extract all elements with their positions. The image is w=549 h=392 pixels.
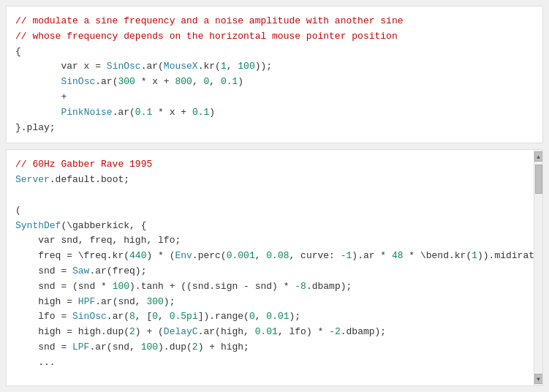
code-token: -1 [341, 250, 352, 261]
code-token: ); [164, 296, 175, 307]
code-token: .ar( [141, 61, 164, 72]
code-line: lfo = SinOsc.ar(8, [0, 0.5pi]).range(0, … [15, 309, 525, 325]
code-token: var x = [15, 61, 107, 72]
code-token: LPF [72, 342, 89, 353]
code-line: high = HPF.ar(snd, 300); [15, 295, 525, 310]
code-token: .ar(snd, [89, 342, 140, 353]
code-token: Saw [72, 265, 89, 276]
code-token: -8 [295, 281, 306, 292]
code-token: .perc( [192, 250, 227, 261]
code-token: 100 [238, 61, 254, 72]
code-token: .default.boot; [50, 174, 129, 185]
code-token: 0 [152, 311, 158, 322]
code-token: snd = [15, 342, 72, 353]
code-token: , [209, 76, 221, 87]
scrollbar-up-button[interactable]: ▲ [534, 151, 543, 162]
code-token: 0.5pi [170, 311, 198, 322]
code-token: .ar( [95, 76, 118, 87]
code-token: 0.01 [266, 311, 289, 322]
code-token: 8 [129, 311, 135, 322]
code-token: 0.1 [221, 76, 238, 87]
code-token: * x + [135, 76, 175, 87]
code-token [15, 76, 61, 87]
code-token: 1 [221, 61, 227, 72]
code-token: ) + ( [135, 326, 164, 337]
code-block-2-wrapper: // 60Hz Gabber Rave 1995Server.default.b… [6, 149, 543, 386]
code-token: 1 [472, 250, 477, 261]
code-token: .dbamp); [341, 326, 386, 337]
code-token: MouseX [164, 61, 198, 72]
code-token: ).dup( [158, 342, 192, 353]
code-line: PinkNoise.ar(0.1 * x + 0.1) [15, 105, 534, 121]
scrollbar-thumb[interactable] [535, 165, 542, 194]
code-token: 800 [175, 76, 192, 87]
code-line: snd = (snd * 100).tanh + ((snd.sign - sn… [15, 279, 525, 295]
code-token: , [ [135, 311, 152, 322]
code-token: , [192, 76, 204, 87]
code-token: // 60Hz Gabber Rave 1995 [15, 159, 152, 170]
code-token: ) [209, 107, 215, 118]
code-line: // modulate a sine frequency and a noise… [15, 14, 534, 29]
code-token: SinOsc [61, 76, 95, 87]
code-token: 0 [249, 311, 255, 322]
code-token: freq = \freq.kr( [15, 250, 129, 261]
code-line: var snd, freq, high, lfo; [15, 233, 525, 249]
code-token: , [227, 61, 238, 72]
code-token: 0.1 [135, 107, 152, 118]
code-line: ( [15, 203, 525, 219]
code-token: , [255, 250, 267, 261]
code-token: 440 [129, 250, 146, 261]
code-token: // modulate a sine frequency and a noise… [15, 15, 404, 26]
code-token: )).midiratio; [477, 250, 534, 261]
code-token: 100 [113, 281, 129, 292]
code-line: Server.default.boot; [15, 173, 525, 188]
code-token: 300 [118, 76, 135, 87]
code-line [15, 188, 525, 203]
code-token: .ar( [113, 107, 135, 118]
scrollbar-down-button[interactable]: ▼ [534, 374, 543, 384]
code-token: .ar( [107, 311, 129, 322]
code-token: SinOsc [72, 311, 107, 322]
code-line: var x = SinOsc.ar(MouseX.kr(1, 100)); [15, 59, 534, 75]
code-token: 100 [141, 342, 158, 353]
code-token: , [158, 311, 170, 322]
code-token: high = high.dup( [15, 326, 129, 337]
code-token: HPF [78, 296, 95, 307]
code-line: // whose frequency depends on the horizo… [15, 29, 534, 45]
code-token: 2 [129, 326, 135, 337]
code-token: 0.01 [255, 326, 278, 337]
code-token: * x + [152, 107, 192, 118]
code-token: ) + high; [198, 342, 249, 353]
page-container: // modulate a sine frequency and a noise… [0, 0, 549, 392]
code-token: SynthDef [15, 220, 61, 231]
code-token: -2 [329, 326, 341, 337]
code-token: .ar(snd, [95, 296, 146, 307]
code-token: ... [15, 357, 56, 368]
code-token: lfo = [15, 311, 72, 322]
code-token: 0.08 [266, 250, 289, 261]
code-line: high = high.dup(2) + (DelayC.ar(high, 0.… [15, 325, 525, 340]
code-token: 300 [146, 296, 163, 307]
code-token: (\gabberkick, { [61, 220, 146, 231]
code-token: .kr( [198, 61, 221, 72]
code-token: + [15, 91, 67, 102]
code-token: ) [238, 76, 243, 87]
code-token: DelayC [164, 326, 198, 337]
code-line: + [15, 90, 534, 105]
code-token: ) * ( [146, 250, 175, 261]
code-token: ( [15, 205, 21, 216]
code-token: { [15, 46, 21, 57]
code-token: )); [255, 61, 272, 72]
code-token: .ar(high, [198, 326, 255, 337]
code-token: .dbamp); [306, 281, 352, 292]
code-line: freq = \freq.kr(440) * (Env.perc(0.001, … [15, 249, 525, 264]
code-token: ).tanh + ((snd.sign - snd) * [129, 281, 295, 292]
code-token: var snd, freq, high, lfo; [15, 235, 181, 246]
scrollbar-track[interactable]: ▲ ▼ [534, 150, 542, 385]
code-line: // 60Hz Gabber Rave 1995 [15, 157, 525, 173]
code-token: }.play; [15, 122, 56, 133]
code-line: snd = Saw.ar(freq); [15, 264, 525, 279]
code-token: * \bend.kr( [404, 250, 472, 261]
code-token: .ar(freq); [89, 265, 146, 276]
code-line: ... [15, 355, 525, 371]
